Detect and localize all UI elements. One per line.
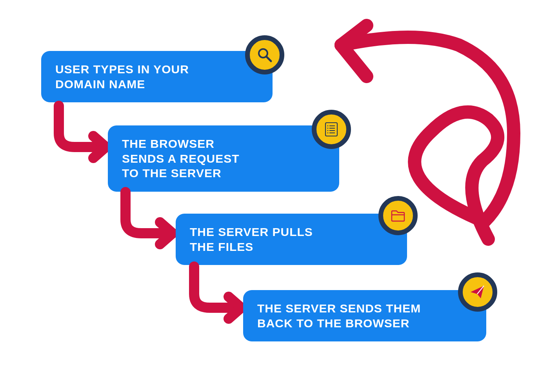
step-card-3: THE SERVER PULLS THE FILES — [176, 214, 407, 265]
svg-line-1 — [267, 57, 271, 61]
flow-diagram: USER TYPES IN YOUR DOMAIN NAME THE BROWS… — [0, 0, 549, 392]
send-icon — [458, 272, 497, 312]
step-label-1: USER TYPES IN YOUR DOMAIN NAME — [55, 62, 258, 91]
step-card-1: USER TYPES IN YOUR DOMAIN NAME — [41, 51, 273, 102]
step-card-4: THE SERVER SENDS THEM BACK TO THE BROWSE… — [243, 290, 486, 341]
step-label-2: THE BROWSER SENDS A REQUEST TO THE SERVE… — [122, 136, 325, 181]
step-card-2: THE BROWSER SENDS A REQUEST TO THE SERVE… — [108, 125, 339, 192]
svg-point-3 — [327, 125, 329, 127]
list-icon — [312, 110, 351, 149]
svg-rect-2 — [325, 123, 337, 136]
step-arrow-2 — [118, 192, 184, 247]
step-label-3: THE SERVER PULLS THE FILES — [190, 225, 393, 254]
svg-point-9 — [327, 132, 329, 134]
search-icon — [245, 35, 284, 74]
svg-point-5 — [327, 128, 329, 129]
svg-point-7 — [327, 130, 329, 131]
folder-icon — [378, 196, 418, 235]
step-label-4: THE SERVER SENDS THEM BACK TO THE BROWSE… — [257, 301, 472, 330]
